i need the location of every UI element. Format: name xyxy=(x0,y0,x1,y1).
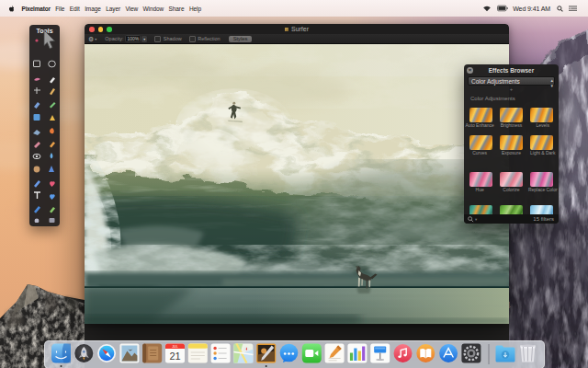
svg-text:JUL: JUL xyxy=(172,345,177,349)
svg-text:21: 21 xyxy=(169,351,180,362)
